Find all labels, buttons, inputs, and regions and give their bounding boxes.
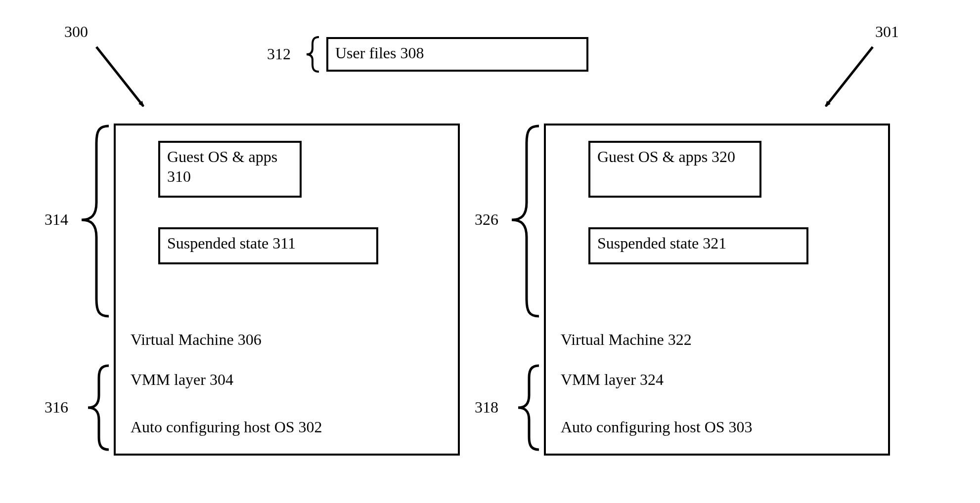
text-guest-os-left: Guest OS & apps 310 <box>167 148 277 185</box>
box-host-os-left: Auto configuring host OS 302 <box>114 406 460 456</box>
box-suspended-right: Suspended state 321 <box>588 227 808 264</box>
box-host-os-right: Auto configuring host OS 303 <box>544 406 890 456</box>
diagram-canvas: 300 301 312 314 316 326 318 User files 3… <box>0 0 980 503</box>
text-user-files: User files 308 <box>335 44 424 62</box>
text-vm-left: Virtual Machine 306 <box>131 330 262 349</box>
text-vmm-left: VMM layer 304 <box>131 371 233 388</box>
box-vmm-right: VMM layer 324 <box>544 359 890 408</box>
brace-312 <box>307 37 319 72</box>
brace-314 <box>82 126 109 316</box>
ref-316: 316 <box>45 398 68 417</box>
ref-326: 326 <box>475 210 498 229</box>
ref-314: 314 <box>45 210 68 229</box>
arrow-301 <box>826 47 873 106</box>
ref-312: 312 <box>267 44 291 63</box>
arrow-300 <box>96 47 143 106</box>
text-host-os-left: Auto configuring host OS 302 <box>131 418 322 436</box>
ref-300: 300 <box>64 22 88 41</box>
box-vmm-left: VMM layer 304 <box>114 359 460 408</box>
text-host-os-right: Auto configuring host OS 303 <box>561 418 753 436</box>
text-vmm-right: VMM layer 324 <box>561 371 664 388</box>
brace-326 <box>512 126 539 316</box>
brace-318 <box>518 366 539 450</box>
text-suspended-left: Suspended state 311 <box>167 234 296 252</box>
ref-301: 301 <box>875 22 899 41</box>
ref-318: 318 <box>475 398 498 417</box>
box-guest-os-left: Guest OS & apps 310 <box>158 141 302 198</box>
box-suspended-left: Suspended state 311 <box>158 227 378 264</box>
box-user-files: User files 308 <box>326 37 588 72</box>
text-guest-os-right: Guest OS & apps 320 <box>597 148 735 166</box>
text-suspended-right: Suspended state 321 <box>597 234 726 252</box>
text-vm-right: Virtual Machine 322 <box>561 330 692 349</box>
box-guest-os-right: Guest OS & apps 320 <box>588 141 761 198</box>
brace-316 <box>88 366 109 450</box>
